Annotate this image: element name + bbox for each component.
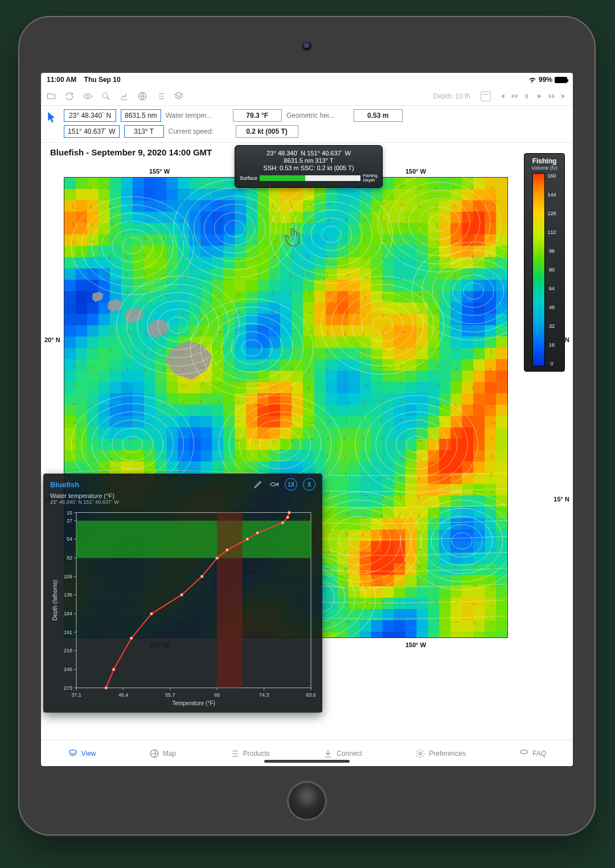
svg-line-1764 — [400, 223, 404, 225]
home-button[interactable] — [287, 781, 327, 821]
speed-1x-button[interactable]: 1X — [285, 478, 297, 491]
svg-line-1817 — [489, 254, 491, 258]
svg-point-2348 — [112, 668, 115, 671]
refresh-icon[interactable] — [64, 90, 75, 102]
svg-line-2148 — [399, 513, 400, 517]
svg-line-1875 — [236, 312, 241, 313]
svg-line-1701 — [128, 186, 128, 191]
nav-preferences[interactable]: Preferences — [415, 748, 466, 759]
close-button[interactable]: X — [303, 478, 315, 491]
svg-line-1960 — [473, 368, 474, 372]
svg-line-2196 — [400, 549, 402, 553]
svg-line-1847 — [164, 295, 169, 295]
svg-line-1913 — [491, 331, 494, 334]
svg-text:218: 218 — [64, 648, 72, 653]
svg-line-1850 — [218, 295, 222, 298]
search-icon[interactable] — [100, 90, 112, 102]
svg-line-1777 — [200, 240, 204, 241]
svg-line-1844 — [109, 291, 109, 295]
pencil-icon[interactable] — [253, 479, 263, 489]
nav-products[interactable]: Products — [229, 748, 270, 759]
svg-line-1807 — [308, 254, 309, 258]
folder-icon[interactable] — [46, 90, 57, 102]
layers-icon[interactable] — [173, 90, 184, 102]
chart-icon[interactable] — [118, 90, 130, 102]
play-icon[interactable] — [535, 92, 543, 100]
svg-line-1984 — [473, 386, 473, 390]
svg-line-2247 — [454, 582, 457, 586]
list-icon[interactable] — [155, 90, 166, 102]
cursor-arrow-icon[interactable] — [46, 109, 58, 125]
svg-line-1929 — [344, 349, 346, 353]
svg-line-1848 — [182, 295, 184, 298]
depth-slider[interactable] — [260, 175, 360, 181]
svg-line-1789 — [418, 241, 420, 245]
svg-line-1861 — [418, 294, 423, 295]
pause-icon[interactable] — [523, 92, 531, 100]
svg-line-1867 — [91, 309, 92, 314]
svg-line-1788 — [400, 241, 403, 244]
svg-line-1882 — [364, 313, 364, 318]
lat-readout: 23° 48.340´ N — [64, 109, 116, 122]
map-area[interactable]: Bluefish - September 9, 2020 14:00 GMT 1… — [41, 143, 573, 740]
svg-line-1965 — [127, 386, 128, 390]
fish-icon[interactable] — [269, 479, 279, 489]
nav-map[interactable]: Map — [149, 748, 176, 759]
profile-subtitle: Water temperature (°F) — [50, 492, 315, 499]
svg-line-1801 — [200, 259, 204, 260]
svg-point-2339 — [281, 521, 284, 524]
svg-line-2066 — [218, 458, 223, 459]
svg-line-1998 — [291, 404, 292, 409]
svg-line-1910 — [436, 328, 438, 332]
svg-line-1937 — [491, 349, 491, 354]
svg-line-1752 — [182, 219, 183, 223]
svg-line-1912 — [473, 331, 477, 331]
home-indicator[interactable] — [264, 760, 350, 763]
svg-line-1745 — [491, 204, 495, 206]
svg-line-2042 — [218, 437, 221, 441]
skip-start-icon[interactable] — [498, 92, 506, 100]
svg-line-2070 — [291, 458, 296, 459]
svg-point-2337 — [288, 511, 290, 514]
eye-icon[interactable] — [82, 90, 93, 102]
svg-line-1831 — [308, 273, 309, 277]
svg-line-2014 — [146, 421, 150, 422]
svg-line-1925 — [273, 348, 277, 349]
svg-line-1759 — [309, 220, 313, 223]
svg-line-1845 — [128, 291, 128, 295]
svg-line-1881 — [346, 313, 347, 317]
svg-line-1930 — [364, 349, 364, 354]
svg-line-1922 — [218, 349, 223, 349]
svg-line-2221 — [418, 565, 421, 567]
legend-tick: 32 — [547, 323, 556, 329]
svg-line-2001 — [346, 402, 350, 404]
svg-line-2201 — [491, 549, 495, 550]
nav-connect[interactable]: Connect — [323, 748, 362, 759]
rewind-icon[interactable] — [510, 92, 518, 100]
legend-tick: 112 — [547, 229, 556, 235]
svg-line-1891 — [91, 328, 94, 331]
lat-tick-20n-left: 20° N — [44, 336, 60, 343]
calendar-icon[interactable] — [481, 91, 491, 101]
svg-line-2065 — [200, 455, 202, 459]
svg-line-1744 — [473, 204, 474, 208]
svg-line-1996 — [255, 404, 259, 405]
svg-line-1894 — [146, 331, 147, 336]
battery-icon — [555, 77, 567, 83]
nav-view[interactable]: View — [68, 748, 96, 759]
svg-line-1795 — [91, 257, 95, 259]
depth-profile-panel[interactable]: Bluefish 1X X Water temperature (°F) 23°… — [43, 474, 322, 713]
svg-line-1815 — [454, 256, 457, 259]
svg-line-2075 — [382, 455, 385, 459]
ipad-frame: 11:00 AM Thu Sep 10 99% — [18, 16, 596, 836]
svg-line-2061 — [128, 455, 130, 459]
forward-icon[interactable] — [548, 92, 556, 100]
nav-faq[interactable]: FAQ — [519, 748, 546, 759]
svg-line-1856 — [327, 293, 331, 295]
svg-line-2056 — [473, 441, 477, 442]
skip-end-icon[interactable] — [560, 92, 568, 100]
svg-line-1879 — [309, 311, 313, 314]
globe-icon[interactable] — [137, 90, 148, 102]
svg-line-1973 — [273, 386, 276, 389]
map-title: Bluefish - September 9, 2020 14:00 GMT — [50, 147, 212, 157]
